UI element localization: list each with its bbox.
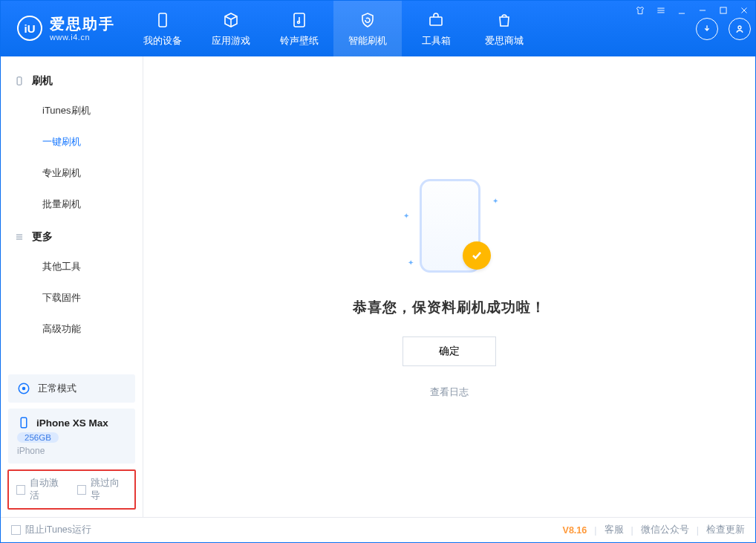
music-icon [290,10,309,30]
sidebar-section-more: 更多 [1,220,143,251]
svg-rect-6 [17,77,22,85]
stop-itunes-checkbox[interactable]: 阻止iTunes运行 [11,524,91,536]
toolbox-icon [426,10,446,30]
minimize-icon[interactable] [696,4,709,17]
view-log-link[interactable]: 查看日志 [430,386,469,399]
sidebar-item-oneclick[interactable]: 一键刷机 [1,126,143,157]
tab-device[interactable]: 我的设备 [128,1,197,56]
tab-store[interactable]: 爱思商城 [470,1,538,56]
main-tabs: 我的设备 应用游戏 铃声壁纸 智能刷机 工具箱 爱思商城 [128,1,538,56]
sidebar-section-flash: 刷机 [1,64,143,95]
tab-label: 铃声壁纸 [280,34,319,48]
device-capacity: 256GB [17,432,59,443]
sidebar-head-label: 刷机 [32,74,53,88]
check-badge-icon [463,241,491,270]
version-label: V8.16 [563,525,587,536]
list-icon [14,232,25,242]
tab-toolbox[interactable]: 工具箱 [402,1,470,56]
logo-icon [17,16,42,41]
tab-label: 爱思商城 [485,34,524,48]
phone-icon [153,10,172,30]
app-url: www.i4.cn [50,33,115,42]
sidebar-item-other-tools[interactable]: 其他工具 [1,251,143,282]
device-name: iPhone XS Max [36,417,108,429]
window-controls [633,4,751,17]
checkbox-label: 跳过向导 [91,477,127,502]
flash-options-box: 自动激活 跳过向导 [7,469,136,510]
tab-label: 应用游戏 [212,34,250,48]
bag-icon [495,10,514,30]
cube-icon [221,10,241,30]
svg-rect-9 [21,417,27,428]
tab-label: 我的设备 [143,34,182,48]
tab-flash[interactable]: 智能刷机 [333,1,402,56]
refresh-badge-icon [358,10,377,30]
success-message: 恭喜您，保资料刷机成功啦！ [353,298,546,317]
checkbox-label: 自动激活 [30,477,66,502]
sidebar-item-batch-flash[interactable]: 批量刷机 [1,189,143,220]
success-illustration: ✦✦✦• [397,175,501,279]
svg-rect-0 [720,7,726,13]
svg-point-5 [738,26,741,29]
svg-rect-1 [159,13,166,27]
download-button[interactable] [696,18,718,40]
status-bar: 阻止iTunes运行 V8.16 | 客服 | 微信公众号 | 检查更新 [1,517,755,542]
tab-label: 工具箱 [422,34,451,48]
sidebar-item-download-fw[interactable]: 下载固件 [1,282,143,313]
plain-minimize-icon[interactable] [675,4,688,17]
device-type: iPhone [17,446,45,456]
skip-guide-checkbox[interactable]: 跳过向导 [77,477,128,502]
mode-icon [17,382,30,395]
sidebar-item-pro-flash[interactable]: 专业刷机 [1,157,143,189]
shirt-icon[interactable] [633,4,647,17]
device-phone-icon [17,416,30,429]
checkbox-label: 阻止iTunes运行 [25,524,91,536]
sidebar-item-advanced[interactable]: 高级功能 [1,313,143,345]
svg-point-8 [22,387,26,391]
main-content: ✦✦✦• 恭喜您，保资料刷机成功啦！ 确定 查看日志 [143,56,755,517]
logo[interactable]: 爱思助手 www.i4.cn [1,16,128,42]
mode-card[interactable]: 正常模式 [8,374,135,403]
sidebar-item-itunes-flash[interactable]: iTunes刷机 [1,95,143,126]
checkbox-icon [16,485,25,495]
footer-link-wechat[interactable]: 微信公众号 [641,524,689,536]
tab-apps[interactable]: 应用游戏 [197,1,265,56]
sidebar: 刷机 iTunes刷机 一键刷机 专业刷机 批量刷机 更多 其他工具 下载固件 … [1,56,143,517]
sidebar-head-label: 更多 [32,230,53,244]
confirm-button[interactable]: 确定 [403,336,496,366]
checkbox-icon [77,485,86,495]
checkbox-icon [11,525,21,535]
device-card[interactable]: iPhone XS Max 256GB iPhone [8,409,135,464]
footer-link-support[interactable]: 客服 [605,524,624,536]
svg-rect-4 [430,17,442,25]
svg-point-3 [298,21,300,23]
tab-label: 智能刷机 [348,34,387,48]
menu-icon[interactable] [654,4,668,17]
maximize-icon[interactable] [717,4,730,17]
mode-label: 正常模式 [38,382,76,395]
phone-outline-icon [14,76,25,86]
account-button[interactable] [729,18,751,40]
auto-activate-checkbox[interactable]: 自动激活 [16,477,67,502]
app-name: 爱思助手 [50,16,115,33]
tab-media[interactable]: 铃声壁纸 [265,1,333,56]
close-icon[interactable] [737,4,751,17]
footer-link-update[interactable]: 检查更新 [706,524,745,536]
